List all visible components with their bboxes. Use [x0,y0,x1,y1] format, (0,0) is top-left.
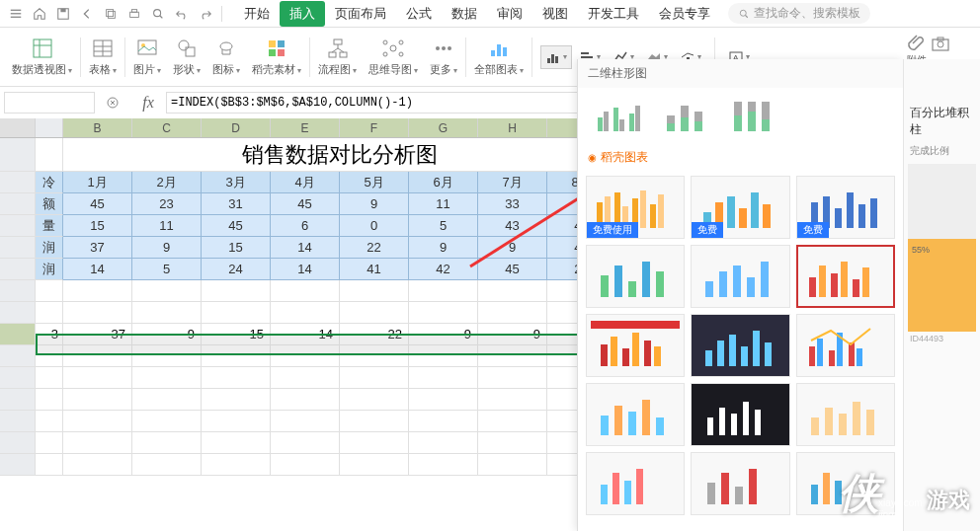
cell[interactable] [340,345,409,367]
cell[interactable] [63,345,132,367]
cell[interactable]: 14 [63,259,132,280]
cell[interactable] [132,432,202,454]
cell[interactable] [36,280,63,302]
cell[interactable] [202,280,271,302]
cell[interactable]: 额 [36,193,63,215]
cell[interactable] [132,411,202,432]
cell[interactable] [202,432,271,454]
cell[interactable] [478,389,547,411]
cell[interactable]: 9 [478,237,547,259]
cell[interactable] [409,280,478,302]
cell[interactable] [409,389,478,411]
row-header[interactable] [0,324,36,345]
clustered-column-icon[interactable] [594,98,641,133]
tab-formula[interactable]: 公式 [396,1,442,27]
cell[interactable] [36,454,63,476]
save-icon[interactable] [51,2,75,26]
cell[interactable] [340,389,409,411]
preview-icon[interactable] [146,2,170,26]
cell[interactable] [132,389,202,411]
cell[interactable] [202,345,271,367]
copy-icon[interactable] [99,2,122,26]
cell[interactable] [132,454,202,476]
row-header[interactable] [0,345,36,367]
col-header[interactable]: H [478,118,547,137]
cell[interactable]: 1月 [63,172,132,193]
material-button[interactable]: 稻壳素材 [246,37,307,77]
chart-title-cell[interactable]: 销售数据对比分析图 [63,138,616,172]
cell[interactable] [478,454,547,476]
row-header[interactable] [0,367,36,389]
menu-icon[interactable] [4,2,28,26]
cell[interactable] [63,367,132,389]
template-item[interactable] [586,383,685,446]
flow-button[interactable]: 流程图 [312,37,363,77]
row-header[interactable] [0,302,36,324]
template-item[interactable] [796,383,895,446]
cell[interactable] [63,432,132,454]
cell[interactable]: 7月 [478,172,547,193]
cell[interactable]: 2月 [132,172,202,193]
cell[interactable] [132,302,202,324]
cell[interactable] [340,302,409,324]
cell[interactable]: 37 [63,324,132,345]
template-item[interactable] [691,452,789,515]
cell[interactable]: 6 [271,215,340,237]
cell[interactable]: 15 [63,215,132,237]
cell[interactable] [340,280,409,302]
tab-dev[interactable]: 开发工具 [578,1,649,27]
cell[interactable] [36,411,63,432]
cell[interactable] [132,280,202,302]
cell[interactable] [63,389,132,411]
cell[interactable] [36,345,63,367]
template-item[interactable] [796,452,895,515]
tab-vip[interactable]: 会员专享 [649,1,720,27]
formula-input[interactable] [166,92,601,114]
col-header[interactable]: E [271,118,340,137]
cell[interactable]: 3月 [202,172,271,193]
cell[interactable]: 22 [340,324,409,345]
search-input[interactable]: 查找命令、搜索模板 [728,3,870,24]
print-icon[interactable] [122,2,146,26]
row-header[interactable] [0,389,36,411]
cell[interactable]: 9 [409,324,478,345]
cell[interactable] [409,432,478,454]
cell[interactable] [63,302,132,324]
cell[interactable]: 润 [36,259,63,280]
col-header[interactable]: C [132,118,202,137]
cell[interactable]: 5 [132,259,202,280]
cell[interactable]: 14 [271,324,340,345]
cell[interactable] [409,411,478,432]
row-header[interactable] [0,454,36,476]
cell[interactable]: 冷 [36,172,63,193]
cell[interactable]: 9 [340,193,409,215]
cell[interactable]: 24 [202,259,271,280]
cell[interactable] [478,432,547,454]
template-item[interactable] [796,314,895,377]
cell[interactable]: 43 [478,215,547,237]
col-header[interactable]: G [409,118,478,137]
template-item[interactable] [691,383,789,446]
template-item[interactable] [586,314,685,377]
cell[interactable] [271,454,340,476]
cell[interactable]: 5 [409,215,478,237]
row-header[interactable] [0,432,36,454]
cell[interactable] [271,302,340,324]
row-header[interactable] [0,411,36,432]
more-button[interactable]: 更多 [424,37,463,77]
name-box[interactable] [4,92,95,114]
row-header[interactable] [0,193,36,215]
cell[interactable]: 5月 [340,172,409,193]
cell[interactable] [271,411,340,432]
stacked-column-icon[interactable] [661,98,708,133]
cell[interactable] [202,389,271,411]
cell[interactable] [36,432,63,454]
all-charts-button[interactable]: 全部图表 [468,37,530,77]
template-item[interactable] [691,314,789,377]
tab-start[interactable]: 开始 [234,1,280,27]
cell[interactable] [478,367,547,389]
row-header[interactable] [0,215,36,237]
cell[interactable] [340,367,409,389]
cell[interactable]: 6月 [409,172,478,193]
row-header[interactable] [0,237,36,259]
